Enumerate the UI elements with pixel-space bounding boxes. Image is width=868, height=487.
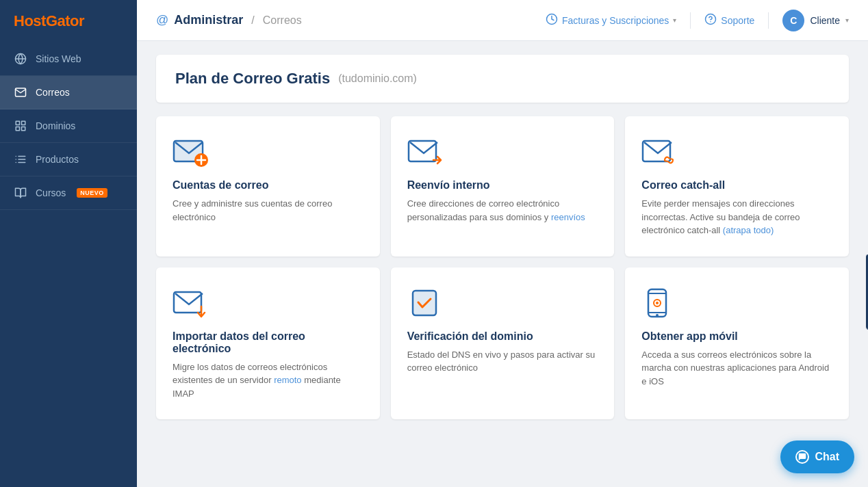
card-importar-datos[interactable]: Importar datos del correo electrónico Mi… bbox=[156, 267, 380, 420]
main-content: @ Administrar / Correos Facturas y Suscr… bbox=[137, 0, 868, 487]
svg-point-31 bbox=[656, 302, 659, 304]
plan-domain: (tudominio.com) bbox=[338, 73, 417, 85]
billing-chevron: ▾ bbox=[673, 16, 676, 24]
card-reenvio-interno[interactable]: Reenvío interno Cree direcciones de corr… bbox=[391, 116, 615, 256]
support-icon bbox=[704, 13, 717, 27]
svg-rect-4 bbox=[22, 127, 25, 131]
breadcrumb-current: Correos bbox=[263, 14, 302, 27]
grid-icon bbox=[14, 119, 27, 133]
client-chevron: ▾ bbox=[845, 16, 849, 24]
card-icon-app bbox=[641, 287, 680, 319]
sidebar-item-label: Sitios Web bbox=[36, 53, 81, 64]
cards-grid: Cuentas de correo Cree y administre sus … bbox=[156, 116, 849, 419]
header-divider2 bbox=[768, 12, 769, 29]
client-menu[interactable]: C Cliente ▾ bbox=[782, 10, 849, 31]
header-divider bbox=[690, 12, 691, 29]
sidebar-item-dominios[interactable]: Dominios bbox=[0, 109, 137, 143]
card-title: Importar datos del correo electrónico bbox=[173, 330, 363, 355]
card-desc: Estado del DNS en vivo y pasos para acti… bbox=[407, 348, 598, 375]
card-desc: Cree direcciones de correo electrónico p… bbox=[407, 197, 598, 224]
sidebar: HostGator Sitios Web Correos bbox=[0, 0, 137, 487]
chat-bubble-icon bbox=[795, 450, 809, 464]
card-icon-catchall bbox=[641, 135, 680, 168]
avatar: C bbox=[782, 10, 804, 31]
breadcrumb-main: Administrar bbox=[174, 13, 243, 27]
globe-icon bbox=[14, 52, 27, 66]
sidebar-item-label: Cursos bbox=[36, 187, 66, 198]
card-desc: Migre los datos de correos electrónicos … bbox=[173, 360, 363, 401]
logo: HostGator bbox=[0, 0, 137, 42]
card-title: Obtener app móvil bbox=[641, 330, 832, 343]
billing-icon bbox=[546, 13, 558, 27]
card-title: Verificación del dominio bbox=[407, 330, 598, 343]
card-title: Reenvío interno bbox=[407, 179, 598, 192]
svg-rect-2 bbox=[16, 121, 19, 124]
card-desc: Acceda a sus correos electrónicos sobre … bbox=[641, 348, 832, 389]
remoto-link[interactable]: remoto bbox=[274, 375, 301, 385]
book-icon bbox=[14, 186, 27, 200]
svg-rect-24 bbox=[413, 291, 436, 315]
billing-button[interactable]: Facturas y Suscripciones ▾ bbox=[546, 13, 676, 27]
support-label: Soporte bbox=[721, 15, 754, 26]
svg-rect-5 bbox=[16, 127, 19, 131]
card-title: Correo catch-all bbox=[641, 179, 832, 192]
card-desc: Cree y administre sus cuentas de correo … bbox=[173, 197, 363, 224]
sidebar-item-cursos[interactable]: Cursos NUEVO bbox=[0, 176, 137, 210]
sidebar-item-sitios-web[interactable]: Sitios Web bbox=[0, 42, 137, 76]
card-title: Cuentas de correo bbox=[173, 179, 363, 192]
list-icon bbox=[14, 153, 27, 166]
card-icon-importar bbox=[173, 287, 211, 319]
nuevo-badge: NUEVO bbox=[77, 188, 107, 198]
card-desc: Evite perder mensajes con direcciones in… bbox=[641, 197, 832, 237]
header-actions: Facturas y Suscripciones ▾ Soporte C Cli… bbox=[546, 10, 849, 31]
card-icon-cuentas bbox=[173, 135, 211, 168]
chat-label: Chat bbox=[815, 451, 839, 463]
sidebar-nav: Sitios Web Correos Dominios bbox=[0, 42, 137, 487]
sidebar-item-label: Correos bbox=[36, 87, 70, 98]
svg-rect-3 bbox=[22, 121, 25, 124]
reenvios-link[interactable]: reenvíos bbox=[551, 212, 585, 222]
card-verificacion-dominio[interactable]: Verificación del dominio Estado del DNS … bbox=[391, 267, 615, 420]
card-obtener-app[interactable]: Obtener app móvil Acceda a sus correos e… bbox=[625, 267, 849, 420]
card-icon-reenvio bbox=[407, 135, 446, 168]
sidebar-item-label: Dominios bbox=[36, 120, 75, 131]
plan-title: Plan de Correo Gratis bbox=[175, 70, 330, 88]
mail-icon bbox=[14, 85, 27, 99]
sidebar-item-productos[interactable]: Productos bbox=[0, 143, 137, 176]
breadcrumb-separator: / bbox=[251, 14, 254, 27]
sidebar-item-label: Productos bbox=[36, 154, 79, 165]
atrapa-todo-link[interactable]: (atrapa todo) bbox=[723, 225, 774, 235]
support-button[interactable]: Soporte bbox=[704, 13, 754, 27]
at-icon: @ bbox=[156, 13, 168, 27]
card-catchall[interactable]: Correo catch-all Evite perder mensajes c… bbox=[625, 116, 849, 256]
logo-text: HostGator bbox=[14, 12, 84, 30]
svg-point-29 bbox=[656, 314, 659, 317]
card-cuentas-correo[interactable]: Cuentas de correo Cree y administre sus … bbox=[156, 116, 380, 256]
plan-header: Plan de Correo Gratis (tudominio.com) bbox=[156, 55, 849, 103]
content-area: Plan de Correo Gratis (tudominio.com) bbox=[137, 41, 868, 487]
client-label: Cliente bbox=[810, 15, 840, 26]
chat-button[interactable]: Chat bbox=[780, 440, 854, 473]
billing-label: Facturas y Suscripciones bbox=[562, 15, 669, 26]
breadcrumb: @ Administrar / Correos bbox=[156, 13, 546, 27]
sidebar-item-correos[interactable]: Correos bbox=[0, 76, 137, 109]
card-icon-verificacion bbox=[407, 287, 446, 319]
header: @ Administrar / Correos Facturas y Suscr… bbox=[137, 0, 868, 41]
